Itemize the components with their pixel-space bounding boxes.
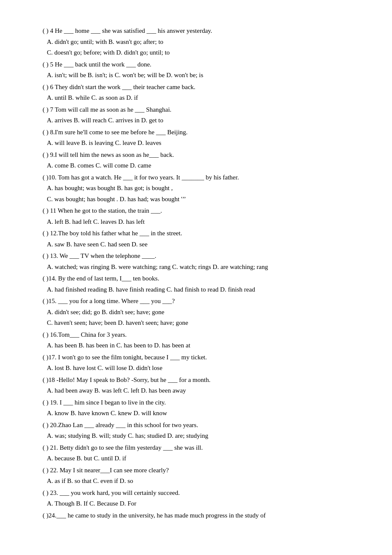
question-block-3: ( ) 6 They didn't start the work ___ the… (43, 82, 349, 104)
option-line-12-2: C. haven't seen; have; been D. haven't s… (43, 318, 349, 329)
question-text-10: ( ) 13. We ___ TV when the telephone ___… (43, 251, 349, 262)
question-text-4: ( ) 7 Tom will call me as soon as he ___… (43, 104, 349, 116)
question-block-19: ( ) 22. May I sit nearer___I can see mor… (43, 465, 349, 487)
question-text-15: ( )18 -Hello! May I speak to Bob? -Sorry… (43, 375, 349, 386)
question-block-14: ( )17. I won't go to see the film tonigh… (43, 352, 349, 374)
option-line-6-1: A. come B. comes C. will come D. came (43, 160, 349, 171)
question-block-5: ( ) 8.I'm sure he'll come to see me befo… (43, 127, 349, 149)
question-text-6: ( ) 9.I will tell him the news as soon a… (43, 150, 349, 161)
question-text-13: ( ) 16.Tom___ China for 3 years. (43, 330, 349, 341)
option-line-14-1: A. lost B. have lost C. will lose D. did… (43, 363, 349, 374)
option-line-12-1: A. didn't see; did; go B. didn't see; ha… (43, 307, 349, 318)
question-block-13: ( ) 16.Tom___ China for 3 years.A. has b… (43, 330, 349, 351)
question-text-14: ( )17. I won't go to see the film tonigh… (43, 352, 349, 363)
option-line-5-1: A. will leave B. is leaving C. leave D. … (43, 138, 349, 149)
option-line-15-1: A. had been away B. was left C. left D. … (43, 385, 349, 396)
question-block-21: ( )24.___ he came to study in the univer… (43, 510, 349, 521)
question-text-20: ( ) 23. ___ you work hard, you will cert… (43, 488, 349, 499)
question-block-15: ( )18 -Hello! May I speak to Bob? -Sorry… (43, 375, 349, 396)
option-line-2-1: A. isn't; will be B. isn't; is C. won't … (43, 70, 349, 81)
option-line-4-1: A. arrives B. will reach C. arrives in D… (43, 115, 349, 126)
question-block-6: ( ) 9.I will tell him the news as soon a… (43, 150, 349, 171)
question-text-21: ( )24.___ he came to study in the univer… (43, 510, 349, 521)
question-text-9: ( ) 12.The boy told his father what he _… (43, 228, 349, 239)
question-text-18: ( ) 21. Betty didn't go to see the film … (43, 442, 349, 454)
question-block-20: ( ) 23. ___ you work hard, you will cert… (43, 488, 349, 509)
option-line-19-1: A. as if B. so that C. even if D. so (43, 476, 349, 487)
question-text-1: ( ) 4 He ___ home ___ she was satisfied … (43, 26, 349, 37)
question-block-1: ( ) 4 He ___ home ___ she was satisfied … (43, 26, 349, 58)
question-block-12: ( )15. ___ you for a long time. Where __… (43, 296, 349, 329)
question-block-11: ( )14. By the end of last term, I___ ten… (43, 273, 349, 295)
question-text-2: ( ) 5 He ___ back until the work ___ don… (43, 59, 349, 70)
option-line-7-2: C. was bought; has bought . D. has had; … (43, 194, 349, 205)
question-text-3: ( ) 6 They didn't start the work ___ the… (43, 82, 349, 93)
option-line-7-1: A. has bought; was bought B. has got; is… (43, 183, 349, 194)
question-text-12: ( )15. ___ you for a long time. Where __… (43, 296, 349, 307)
option-line-20-1: A. Though B. If C. Because D. For (43, 498, 349, 509)
question-text-7: ( )10. Tom has got a watch. He ___ it fo… (43, 172, 349, 183)
question-text-17: ( ) 20.Zhao Lan ___ already ___ in this … (43, 420, 349, 431)
question-block-9: ( ) 12.The boy told his father what he _… (43, 228, 349, 250)
question-block-7: ( )10. Tom has got a watch. He ___ it fo… (43, 172, 349, 205)
question-text-11: ( )14. By the end of last term, I___ ten… (43, 273, 349, 284)
option-line-16-1: A. know B. have known C. knew D. will kn… (43, 408, 349, 419)
option-line-3-1: A. until B. while C. as soon as D. if (43, 92, 349, 104)
option-line-8-1: A. left B. had left C. leaves D. has lef… (43, 217, 349, 228)
option-line-13-1: A. has been B. has been in C. has been t… (43, 340, 349, 351)
option-line-1-2: C. doesn't go; before; with D. didn't go… (43, 47, 349, 58)
option-line-1-1: A. didn't go; until; with B. wasn't go; … (43, 37, 349, 48)
question-text-8: ( ) 11 When he got to the station, the t… (43, 205, 349, 217)
question-text-5: ( ) 8.I'm sure he'll come to see me befo… (43, 127, 349, 138)
question-block-18: ( ) 21. Betty didn't go to see the film … (43, 442, 349, 464)
question-text-19: ( ) 22. May I sit nearer___I can see mor… (43, 465, 349, 476)
question-block-8: ( ) 11 When he got to the station, the t… (43, 205, 349, 227)
question-block-4: ( ) 7 Tom will call me as soon as he ___… (43, 104, 349, 126)
question-block-2: ( ) 5 He ___ back until the work ___ don… (43, 59, 349, 81)
quiz-content: ( ) 4 He ___ home ___ she was satisfied … (43, 26, 349, 521)
question-block-16: ( ) 19. I ___ him since I began to live … (43, 397, 349, 419)
question-block-10: ( ) 13. We ___ TV when the telephone ___… (43, 251, 349, 272)
option-line-17-1: A. was; studying B. will; study C. has; … (43, 431, 349, 442)
option-line-11-1: A. had finished reading B. have finish r… (43, 284, 349, 295)
question-block-17: ( ) 20.Zhao Lan ___ already ___ in this … (43, 420, 349, 442)
option-line-18-1: A. because B. but C. until D. if (43, 453, 349, 464)
option-line-9-1: A. saw B. have seen C. had seen D. see (43, 239, 349, 250)
option-line-10-1: A. watched; was ringing B. were watching… (43, 262, 349, 273)
question-text-16: ( ) 19. I ___ him since I began to live … (43, 397, 349, 408)
